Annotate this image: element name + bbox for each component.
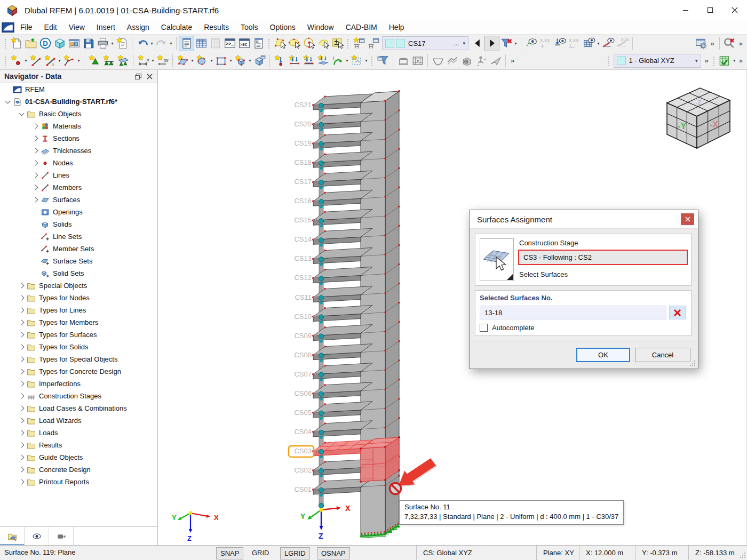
tree-item-results[interactable]: Results [0,439,157,451]
more-find-tools-chevron[interactable]: » [737,39,745,47]
dialog-resize-grip[interactable] [689,360,696,366]
menu-results[interactable]: Results [198,21,235,33]
new-surface-support-icon[interactable] [116,53,130,68]
chevron-collapsed-icon[interactable] [19,308,24,313]
cancel-button[interactable]: Cancel [635,348,690,362]
menu-window[interactable]: Window [301,21,340,33]
results-fly-icon[interactable] [488,53,503,68]
supports-visibility-icon[interactable] [553,36,567,51]
select-polygon-icon[interactable] [273,36,287,51]
new-line-load-icon[interactable] [287,53,301,68]
navigator-toggle-icon[interactable] [179,36,194,51]
select-plus-minus-icon[interactable] [330,36,345,51]
display-properties-icon[interactable] [694,36,709,51]
chevron-collapsed-icon[interactable] [19,295,24,301]
close-button[interactable] [722,0,747,20]
tree-item-01-csa-building-start-rf6[interactable]: 01-CSA-Building-START.rf6* [0,95,157,108]
clipping-box-icon[interactable] [396,53,410,68]
float-panel-icon[interactable] [135,74,141,79]
coordinate-system-combo[interactable]: 1 - Global XYZ▾ [614,54,701,68]
stage-more-button[interactable]: ... [451,39,461,47]
new-opening-icon[interactable] [195,53,209,68]
mesh-visibility-icon-dropdown[interactable]: ▾ [596,41,601,46]
console-icon[interactable]: >>_ [222,36,237,51]
numbering-values-icon[interactable]: X.XX [538,36,553,51]
chevron-collapsed-icon[interactable] [19,479,24,485]
chevron-collapsed-icon[interactable] [19,381,24,387]
chevron-collapsed-icon[interactable] [33,148,38,154]
chevron-collapsed-icon[interactable] [19,369,24,374]
print-icon[interactable] [96,36,110,51]
select-ellipse-icon[interactable] [287,36,301,51]
tree-item-sections[interactable]: Sections [0,132,157,145]
menu-help[interactable]: Help [383,21,410,33]
tree-item-solids[interactable]: Solids [0,218,157,230]
new-nodal-load-icon[interactable] [273,53,287,68]
new-construction-stage-icon[interactable] [352,36,366,51]
tree-item-special-objects[interactable]: Special Objects [0,279,157,292]
model-cube-icon[interactable] [52,36,67,51]
tree-item-members[interactable]: IMembers [0,181,157,194]
slope-visibility-icon[interactable] [601,36,615,51]
tables-icon[interactable] [194,36,208,51]
toggle-osnap[interactable]: OSNAP [317,547,350,559]
results-surfaces-icon[interactable] [445,53,459,68]
tree-item-types-for-surfaces[interactable]: Types for Surfaces [0,329,157,341]
chevron-collapsed-icon[interactable] [33,197,38,203]
tree-item-loads[interactable]: Loads [0,427,157,439]
rfem-menu-icon[interactable] [2,22,14,33]
tree-item-member-sets[interactable]: Member Sets [0,243,157,255]
chevron-collapsed-icon[interactable] [19,406,24,411]
tree-item-surface-sets[interactable]: Surface Sets [0,255,157,267]
new-imperfection-icon[interactable]: I [330,53,345,68]
numbering-visibility-icon[interactable] [524,36,538,51]
undo-icon-dropdown[interactable]: ▾ [149,41,154,46]
tree-item-materials[interactable]: Materials [0,120,157,132]
toolbar-group-handle[interactable] [607,55,610,66]
calculation-icon-dropdown[interactable]: ▾ [732,58,737,63]
navigator-views-tab[interactable] [25,527,49,545]
clear-selection-button[interactable] [669,306,686,319]
chevron-collapsed-icon[interactable] [33,173,38,178]
calculation-icon[interactable] [718,53,732,68]
tree-item-lines[interactable]: Lines [0,169,157,181]
chevron-collapsed-icon[interactable] [19,430,24,436]
tree-item-rfem[interactable]: RFEM [0,83,157,95]
filter-off-icon[interactable] [499,36,513,51]
save-icon[interactable] [81,36,96,51]
supports-values-icon[interactable]: X.XX [567,36,582,51]
maximize-button[interactable] [698,0,722,20]
tree-item-printout-reports[interactable]: Printout Reports [0,476,157,488]
load-generation-icon[interactable] [349,53,364,68]
undo-icon[interactable] [135,36,149,51]
redo-icon-dropdown[interactable]: ▾ [169,41,173,46]
chevron-collapsed-icon[interactable] [19,455,24,460]
chevron-expanded-icon[interactable] [5,98,10,103]
chevron-collapsed-icon[interactable] [19,418,24,423]
new-surface-icon-dropdown[interactable]: ▾ [190,58,195,63]
new-dimension-icon-dropdown[interactable]: ▾ [150,58,155,63]
tree-item-surfaces[interactable]: Surfaces [0,194,157,206]
select-lasso-icon[interactable] [316,36,330,51]
chevron-down-icon[interactable]: ▾ [694,58,698,63]
redo-icon[interactable] [154,36,169,51]
menu-insert[interactable]: Insert [91,21,121,33]
tree-item-types-for-concrete-design[interactable]: Types for Concrete Design [0,365,157,378]
tree-item-types-for-special-objects[interactable]: Types for Special Objects [0,353,157,365]
new-block-icon[interactable] [252,53,267,68]
select-circle-icon[interactable] [301,36,316,51]
tree-item-guide-objects[interactable]: Guide Objects [0,451,157,463]
new-line-support-icon[interactable] [101,53,116,68]
previous-stage-icon[interactable] [470,36,484,51]
more-cs-chevron[interactable]: » [703,57,711,65]
tree-item-load-wizards[interactable]: Load Wizards [0,414,157,427]
menu-tools[interactable]: Tools [235,21,264,33]
dlubal-center-icon[interactable]: D [38,36,52,51]
chevron-down-icon[interactable]: ▾ [461,41,465,46]
new-member-load-icon[interactable] [301,53,316,68]
chevron-collapsed-icon[interactable] [19,394,24,399]
next-stage-icon[interactable] [484,36,499,51]
construction-stage-combo[interactable]: CS17...▾ [382,36,468,50]
new-model-icon[interactable] [9,36,23,51]
project-administration-icon[interactable] [67,36,81,51]
